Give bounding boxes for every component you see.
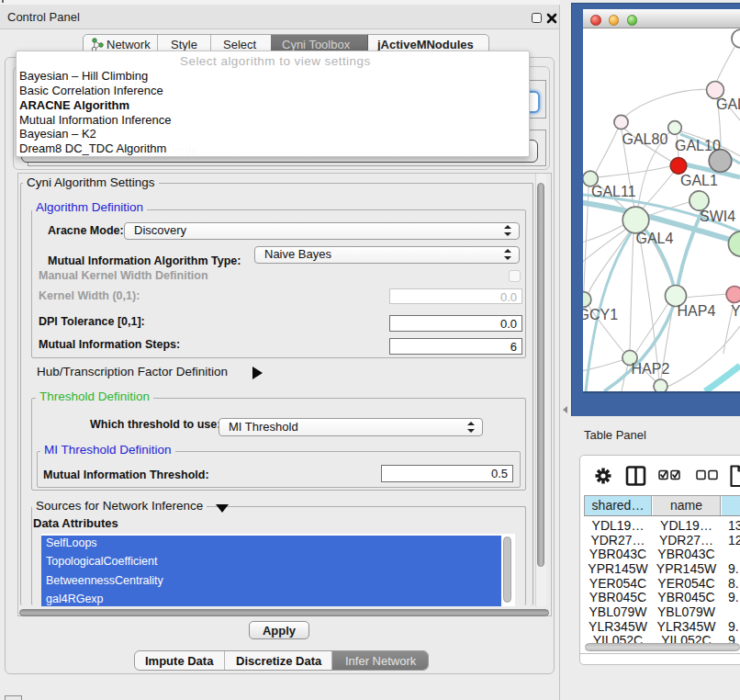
svg-text:SWI4: SWI4 [700,209,735,224]
svg-text:Y: Y [731,303,740,319]
svg-text:GAL1: GAL1 [680,173,718,188]
svg-text:HAP2: HAP2 [632,361,670,377]
svg-text:GAL7: GAL7 [716,96,740,112]
svg-text:GAL11: GAL11 [591,184,636,199]
svg-text:GAL10: GAL10 [675,138,721,153]
svg-text:GCY1: GCY1 [583,307,618,322]
svg-text:GAL80: GAL80 [622,131,668,147]
svg-text:GAL4: GAL4 [636,231,674,246]
svg-text:HAP4: HAP4 [678,303,716,319]
